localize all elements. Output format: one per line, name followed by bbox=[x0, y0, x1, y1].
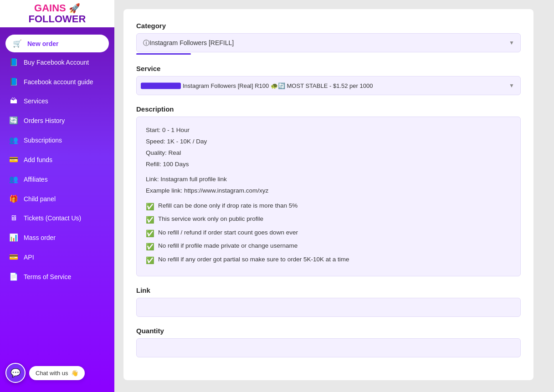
desc-start: Start: 0 - 1 Hour bbox=[146, 125, 511, 136]
logo-gains: GAINS bbox=[34, 2, 66, 14]
orders-icon: 🔄 bbox=[9, 116, 18, 125]
desc-quality: Quality: Real bbox=[146, 148, 511, 158]
check-item-2: ✅ This service work only on public profi… bbox=[146, 214, 511, 226]
checkmark-icon-3: ✅ bbox=[146, 228, 154, 239]
services-icon: 🏔 bbox=[9, 97, 18, 105]
sidebar-item-new-order[interactable]: 🛒 New order bbox=[5, 35, 109, 52]
chat-label-text: Chat with us bbox=[36, 370, 68, 377]
sidebar-item-tickets[interactable]: 🖥 Tickets (Contact Us) bbox=[0, 209, 114, 228]
service-select[interactable] bbox=[136, 76, 521, 95]
affiliates-icon: 👥 bbox=[9, 175, 18, 183]
sidebar-item-subscriptions[interactable]: 👥 Subscriptions bbox=[0, 130, 114, 150]
sidebar-label-api: API bbox=[24, 254, 34, 261]
sidebar-label-buy-facebook: Buy Facebook Account bbox=[24, 59, 89, 66]
chat-bubble-button[interactable]: 💬 bbox=[5, 363, 26, 383]
category-underline bbox=[136, 53, 191, 55]
sidebar-label-terms: Terms of Service bbox=[24, 273, 71, 280]
sidebar-nav: 🛒 New order 📘 Buy Facebook Account 📘 Fac… bbox=[0, 27, 114, 392]
desc-speed: Speed: 1K - 10K / Day bbox=[146, 137, 511, 147]
check-text-3: No refill / refund if order start count … bbox=[158, 228, 298, 238]
mass-order-icon: 📊 bbox=[9, 233, 18, 242]
logo-follower: FOLLOWER bbox=[29, 13, 86, 25]
sidebar-label-tickets: Tickets (Contact Us) bbox=[24, 214, 81, 222]
checkmark-icon-4: ✅ bbox=[146, 241, 154, 253]
checkmark-icon-2: ✅ bbox=[146, 214, 154, 226]
add-funds-icon: 💳 bbox=[9, 155, 18, 164]
order-form-card: Category ⓘInstagram Followers [REFILL] ▼… bbox=[123, 9, 533, 380]
check-text-4: No refill if profile made private or cha… bbox=[158, 241, 298, 251]
sidebar-item-facebook-guide[interactable]: 📘 Facebook account guide bbox=[0, 72, 114, 92]
sidebar-label-new-order: New order bbox=[27, 40, 58, 47]
desc-link: Link: Instagram full profile link bbox=[146, 174, 511, 185]
sidebar: GAINS 🚀 FOLLOWER 🛒 New order 📘 Buy Faceb… bbox=[0, 0, 114, 392]
sidebar-item-add-funds[interactable]: 💳 Add funds bbox=[0, 150, 114, 169]
quantity-group: Quantity bbox=[136, 327, 521, 357]
description-label: Description bbox=[136, 105, 521, 113]
cart-icon: 🛒 bbox=[13, 39, 22, 48]
logo-icon: 🚀 bbox=[69, 3, 80, 13]
check-text-5: No refill if any order got partial so ma… bbox=[158, 255, 349, 265]
desc-example: Example link: https://www.instagram.com/… bbox=[146, 186, 511, 196]
sidebar-label-affiliates: Affiliates bbox=[24, 176, 48, 183]
sidebar-item-affiliates[interactable]: 👥 Affiliates bbox=[0, 169, 114, 189]
check-item-5: ✅ No refill if any order got partial so … bbox=[146, 255, 511, 266]
tickets-icon: 🖥 bbox=[9, 214, 18, 222]
check-item-4: ✅ No refill if profile made private or c… bbox=[146, 241, 511, 253]
checkmark-icon-5: ✅ bbox=[146, 255, 154, 266]
service-label: Service bbox=[136, 65, 521, 72]
quantity-label: Quantity bbox=[136, 327, 521, 335]
description-box: Start: 0 - 1 Hour Speed: 1K - 10K / Day … bbox=[136, 117, 521, 276]
sidebar-item-buy-facebook[interactable]: 📘 Buy Facebook Account bbox=[0, 52, 114, 72]
category-label: Category bbox=[136, 22, 521, 30]
sidebar-label-facebook-guide: Facebook account guide bbox=[24, 78, 93, 86]
link-label: Link bbox=[136, 286, 521, 294]
sidebar-item-mass-order[interactable]: 📊 Mass order bbox=[0, 228, 114, 247]
sidebar-label-subscriptions: Subscriptions bbox=[24, 137, 62, 144]
category-group: Category ⓘInstagram Followers [REFILL] ▼ bbox=[136, 22, 521, 55]
main-content: Category ⓘInstagram Followers [REFILL] ▼… bbox=[114, 0, 554, 392]
service-group: Service Instagram Followers [Real] R100 … bbox=[136, 65, 521, 95]
chat-bubble-icon: 💬 bbox=[10, 368, 21, 378]
desc-refill: Refill: 100 Days bbox=[146, 159, 511, 170]
facebook-guide-icon: 📘 bbox=[9, 77, 18, 86]
category-select-wrapper: ⓘInstagram Followers [REFILL] ▼ bbox=[136, 33, 521, 52]
sidebar-label-mass-order: Mass order bbox=[24, 234, 56, 241]
chat-widget: 💬 Chat with us 👋 bbox=[5, 363, 85, 383]
chat-label[interactable]: Chat with us 👋 bbox=[29, 366, 85, 380]
category-select[interactable]: ⓘInstagram Followers [REFILL] bbox=[136, 33, 521, 52]
check-text-1: Refill can be done only if drop rate is … bbox=[158, 201, 298, 211]
check-item-3: ✅ No refill / refund if order start coun… bbox=[146, 228, 511, 239]
child-panel-icon: 🎁 bbox=[9, 194, 18, 203]
subscriptions-icon: 👥 bbox=[9, 136, 18, 144]
description-group: Description Start: 0 - 1 Hour Speed: 1K … bbox=[136, 105, 521, 276]
sidebar-label-orders-history: Orders History bbox=[24, 117, 65, 124]
check-item-1: ✅ Refill can be done only if drop rate i… bbox=[146, 201, 511, 213]
link-input[interactable] bbox=[136, 298, 521, 317]
api-icon: 💳 bbox=[9, 253, 18, 261]
facebook-icon: 📘 bbox=[9, 58, 18, 66]
quantity-input[interactable] bbox=[136, 338, 521, 357]
sidebar-label-child-panel: Child panel bbox=[24, 195, 56, 203]
chat-wave-icon: 👋 bbox=[71, 370, 78, 377]
sidebar-item-orders-history[interactable]: 🔄 Orders History bbox=[0, 111, 114, 130]
logo: GAINS 🚀 FOLLOWER bbox=[0, 0, 114, 27]
sidebar-item-services[interactable]: 🏔 Services bbox=[0, 92, 114, 111]
checkmark-icon-1: ✅ bbox=[146, 201, 154, 213]
sidebar-item-child-panel[interactable]: 🎁 Child panel bbox=[0, 189, 114, 209]
check-text-2: This service work only on public profile bbox=[158, 214, 263, 224]
sidebar-item-terms[interactable]: 📄 Terms of Service bbox=[0, 267, 114, 286]
sidebar-item-api[interactable]: 💳 API bbox=[0, 247, 114, 267]
sidebar-label-add-funds: Add funds bbox=[24, 156, 52, 163]
terms-icon: 📄 bbox=[9, 272, 18, 281]
link-group: Link bbox=[136, 286, 521, 317]
service-select-wrapper: Instagram Followers [Real] R100 🐢🔄 MOST … bbox=[136, 76, 521, 95]
sidebar-label-services: Services bbox=[24, 97, 48, 105]
